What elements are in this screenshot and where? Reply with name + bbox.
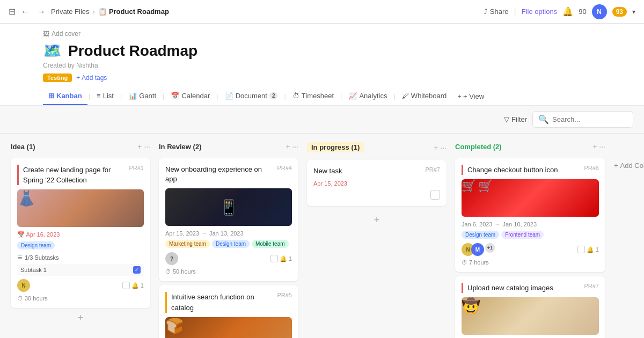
tab-whiteboard[interactable]: 🖊 Whiteboard	[397, 87, 452, 105]
card-checkout-tags: Design team Frontend team	[462, 231, 599, 239]
kanban-icon: ⊞	[48, 92, 54, 100]
filter-icon: ▽	[504, 115, 509, 123]
card-checkout-avatars: N M +1	[462, 243, 495, 256]
view-tabs: ⊞ Kanban | ≡ List | 📊 Gantt | 📅 Calendar…	[43, 87, 601, 105]
add-task-idea-button[interactable]: +	[78, 312, 84, 324]
tab-timesheet[interactable]: ⏱ Timesheet	[287, 87, 339, 105]
tag-mobile-team: Mobile team	[252, 240, 288, 248]
card-checkout-title: Change checkout button icon	[467, 166, 558, 174]
add-view-button[interactable]: + + View	[457, 92, 484, 100]
card-landing-page-hours: ⏱ 30 hours	[17, 295, 144, 302]
card-onboarding-id: PR#4	[277, 165, 292, 171]
column-in-progress-more-button[interactable]: ···	[440, 143, 447, 152]
card-onboarding-checkbox[interactable]	[270, 255, 278, 262]
timesheet-icon: ⏱	[292, 92, 299, 100]
user-avatar-button[interactable]: N	[592, 4, 607, 19]
score-badge[interactable]: 93	[612, 7, 627, 17]
add-view-label: + View	[463, 92, 484, 100]
breadcrumb-current: 📋 Product Roadmap	[98, 8, 169, 16]
testing-tag[interactable]: Testing	[43, 74, 72, 82]
share-icon: ⤴	[484, 8, 488, 16]
file-options-button[interactable]: File options	[522, 8, 557, 16]
column-idea-add-button[interactable]: +	[137, 142, 142, 151]
card-onboarding-tags: Marketing team Design team Mobile team	[165, 240, 292, 248]
column-completed-title: Completed (2)	[455, 143, 502, 151]
filter-button[interactable]: ▽ Filter	[504, 115, 527, 123]
kanban-board: Idea (1) + ··· Create new landing page f…	[0, 134, 644, 338]
tab-calendar[interactable]: 📅 Calendar	[165, 87, 215, 105]
tag-marketing-team: Marketing team	[165, 240, 210, 248]
add-task-inprogress-button[interactable]: +	[374, 215, 380, 226]
notification-button[interactable]: 🔔	[562, 6, 573, 17]
subtask-icon: ☰	[17, 254, 23, 261]
card-checkout[interactable]: Change checkout button icon PR#6 🛒 🛒 Jan…	[455, 158, 605, 272]
card-checkout-comment: 🔔 1	[577, 246, 599, 253]
page-icon-small: 📋	[98, 8, 107, 16]
card-checkout-header: Change checkout button icon PR#6	[462, 165, 599, 175]
column-in-review-add-button[interactable]: +	[286, 142, 290, 151]
card-new-task-header: New task PR#7	[313, 166, 440, 176]
breadcrumb-parent[interactable]: Private Files	[51, 8, 90, 16]
comment-count-1: 🔔 1	[131, 282, 144, 289]
add-cover-label: Add cover	[52, 30, 80, 38]
tab-document[interactable]: 📄 Document 2	[219, 87, 283, 105]
card-search-function[interactable]: Intuitive search function on catalog PR#…	[159, 285, 298, 338]
breadcrumb: Private Files › 📋 Product Roadmap	[51, 8, 169, 16]
share-button[interactable]: ⤴ Share	[484, 8, 509, 16]
subtask-1-check[interactable]: ✓	[133, 266, 141, 274]
breadcrumb-separator: ›	[93, 8, 95, 16]
tab-list[interactable]: ≡ List	[91, 87, 119, 105]
card-checkout-footer: N M +1 🔔 1	[462, 243, 599, 256]
tab-sep-5: |	[283, 92, 287, 100]
add-tag-button[interactable]: + Add tags	[76, 74, 107, 82]
search-box: 🔍	[532, 111, 633, 128]
card-landing-page[interactable]: Create new landing page for Spring '22 C…	[11, 158, 150, 308]
sidebar-toggle-button[interactable]: ⊟	[9, 6, 16, 17]
filter-label: Filter	[511, 115, 527, 123]
tab-kanban[interactable]: ⊞ Kanban	[43, 87, 87, 105]
card-new-task[interactable]: New task PR#7 Apr 15, 2023	[307, 160, 447, 206]
card-checkout-avatar-plus: +1	[485, 243, 495, 253]
card-onboarding-title: New onboarding experience on app	[165, 165, 274, 184]
plus-icon: +	[457, 92, 462, 100]
column-in-review: In Review (2) + ··· New onboarding exper…	[159, 142, 298, 338]
search-input[interactable]	[552, 115, 627, 123]
card-landing-page-avatar: N	[17, 279, 30, 292]
calendar-icon: 📅	[171, 92, 179, 100]
add-cover-button[interactable]: 🖼 Add cover	[43, 30, 80, 38]
card-onboarding-header: New onboarding experience on app PR#4	[165, 165, 292, 184]
forward-button[interactable]: →	[35, 6, 48, 18]
column-idea-more-button[interactable]: ···	[144, 142, 150, 151]
checkout-date-sep: →	[495, 221, 501, 227]
tab-kanban-label: Kanban	[56, 92, 82, 100]
card-checkout-checkbox[interactable]	[577, 246, 585, 253]
date-start: Apr 15, 2023	[165, 230, 199, 237]
tab-sep-2: |	[119, 92, 123, 100]
tab-sep-4: |	[215, 92, 219, 100]
card-onboarding-dates: Apr 15, 2023 → Jan 13, 2023	[165, 230, 292, 237]
column-completed-more-button[interactable]: ···	[599, 142, 605, 151]
toolbar: ▽ Filter 🔍	[0, 106, 644, 134]
back-button[interactable]: ←	[19, 6, 32, 18]
column-completed-add-button[interactable]: +	[592, 142, 597, 151]
add-column-button[interactable]: + Add Column	[614, 158, 644, 170]
document-icon: 📄	[225, 92, 233, 100]
tab-analytics[interactable]: 📈 Analytics	[343, 87, 392, 105]
card-new-task-checkbox[interactable]	[430, 190, 440, 200]
tag-frontend-team: Frontend team	[501, 231, 544, 239]
add-column-section: + Add Column	[614, 142, 644, 338]
hours-icon-5: ⏱	[462, 259, 467, 266]
tab-gantt[interactable]: 📊 Gantt	[123, 87, 162, 105]
card-catalog[interactable]: Upload new catalog images PR#7 🤠	[455, 276, 605, 338]
column-completed: Completed (2) + ··· Change checkout butt…	[455, 142, 605, 338]
column-in-progress-add-button[interactable]: +	[434, 143, 438, 152]
card-landing-page-checkbox[interactable]	[122, 282, 130, 289]
tab-gantt-label: Gantt	[139, 92, 156, 100]
column-in-review-more-button[interactable]: ···	[292, 142, 298, 151]
column-idea-header: Idea (1) + ···	[11, 142, 150, 151]
subtask-1-label: Subtask 1	[20, 267, 47, 273]
card-onboarding[interactable]: New onboarding experience on app PR#4 📱 …	[159, 158, 298, 281]
card-new-task-id: PR#7	[425, 166, 440, 173]
share-label: Share	[490, 8, 509, 16]
dropdown-arrow[interactable]: ▾	[632, 8, 635, 16]
